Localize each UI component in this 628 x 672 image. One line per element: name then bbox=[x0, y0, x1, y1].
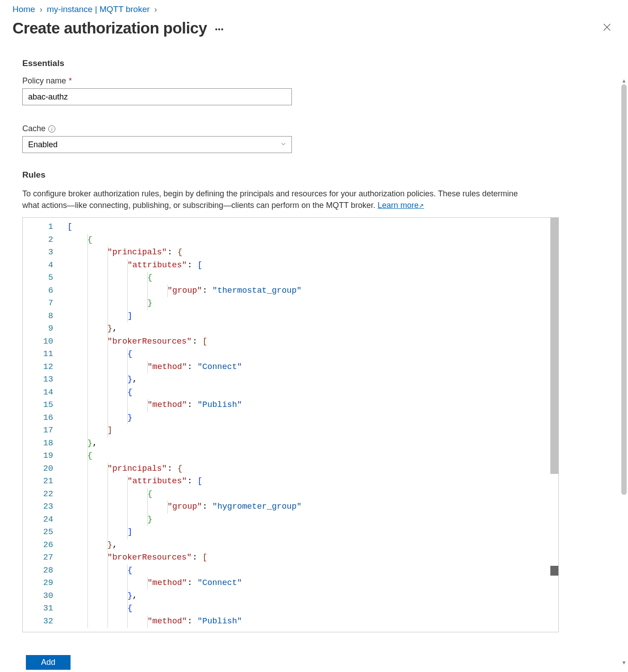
more-actions-icon[interactable]: ••• bbox=[215, 23, 224, 33]
chevron-right-icon: › bbox=[40, 4, 42, 14]
breadcrumb-instance[interactable]: my-instance | MQTT broker bbox=[47, 4, 150, 14]
rules-description: To configure broker authorization rules,… bbox=[22, 188, 527, 211]
page-scroll-thumb[interactable] bbox=[621, 84, 627, 495]
editor-scroll-thumb[interactable] bbox=[550, 566, 558, 576]
editor-scrollbar[interactable] bbox=[550, 218, 558, 474]
page-title: Create authorization policy bbox=[12, 19, 207, 37]
essentials-heading: Essentials bbox=[22, 58, 596, 68]
editor-code[interactable]: [{"principals":{"attributes":[{"group":"… bbox=[67, 221, 554, 628]
scroll-up-icon[interactable]: ▲ bbox=[621, 78, 627, 83]
info-icon[interactable]: i bbox=[48, 125, 55, 133]
learn-more-link[interactable]: Learn more↗ bbox=[378, 201, 424, 210]
close-icon bbox=[602, 22, 612, 32]
chevron-right-icon: › bbox=[154, 4, 157, 14]
close-button[interactable] bbox=[599, 19, 616, 37]
policy-name-input[interactable] bbox=[22, 88, 292, 105]
required-indicator: * bbox=[69, 76, 72, 86]
cache-select[interactable] bbox=[22, 136, 292, 153]
policy-name-label: Policy name bbox=[22, 76, 66, 86]
page-scrollbar[interactable]: ▲ ▼ bbox=[621, 78, 627, 665]
editor-gutter: 1234567891011121314151617181920212223242… bbox=[23, 218, 63, 632]
rules-code-editor[interactable]: 1234567891011121314151617181920212223242… bbox=[22, 217, 559, 632]
breadcrumb-home[interactable]: Home bbox=[12, 4, 35, 14]
cache-label: Cache bbox=[22, 124, 46, 133]
rules-heading: Rules bbox=[22, 170, 596, 180]
external-link-icon: ↗ bbox=[419, 202, 424, 209]
scroll-down-icon[interactable]: ▼ bbox=[621, 660, 627, 665]
add-button[interactable]: Add bbox=[26, 655, 71, 670]
breadcrumb: Home › my-instance | MQTT broker › bbox=[0, 0, 628, 16]
